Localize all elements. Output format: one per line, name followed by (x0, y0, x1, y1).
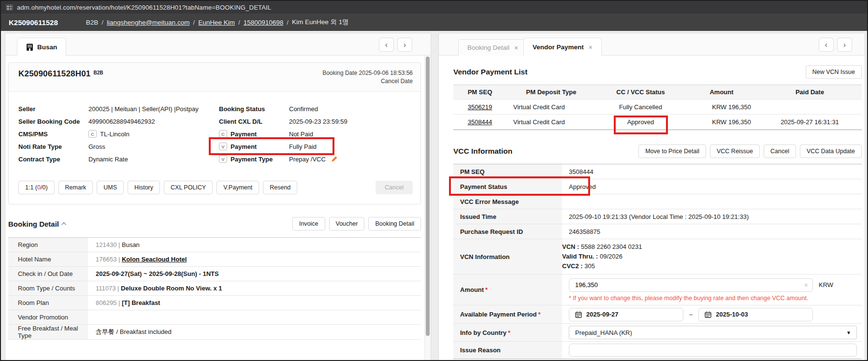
edit-pencil-icon[interactable] (331, 156, 338, 162)
building-icon (26, 43, 33, 51)
next-tab-button[interactable]: › (837, 38, 852, 52)
vcc-row-payment-period: Available Payment Period* 2025-09-27 – (453, 305, 862, 324)
close-icon[interactable]: × (514, 44, 518, 52)
field-booking-status: Booking Status Confirmed (219, 102, 413, 115)
left-panel: Busan ‹ › K25090611528H01B2B Booking Dat… (5, 33, 431, 360)
invoice-button[interactable]: Invoice (292, 217, 325, 231)
site-icon (6, 4, 13, 11)
clear-icon[interactable]: × (804, 281, 808, 289)
period-to-datepicker[interactable]: 2025-10-03 (698, 308, 813, 321)
ratio-button[interactable]: 1:1 (0/0) (18, 181, 55, 194)
field-seller: Seller 200025 | Meituan | Seller(API) |P… (18, 102, 219, 115)
vcc-reissue-button[interactable]: VCC Reissue (710, 144, 760, 158)
main-area: Busan ‹ › K25090611528H01B2B Booking Dat… (1, 31, 867, 360)
calendar-icon (705, 311, 711, 318)
field-c-payment: CPayment Not Paid (219, 128, 413, 140)
move-to-price-detail-button[interactable]: Move to Price Detail (638, 144, 706, 158)
chevron-right-icon: › (843, 41, 846, 49)
cms-tag: C (88, 130, 97, 138)
vcc-row-info-by-country: Info by Country* Prepaid_HANA (KR) ▼ (453, 324, 862, 342)
info-by-country-select[interactable]: Prepaid_HANA (KR) ▼ (569, 326, 857, 339)
issue-reason-input[interactable] (569, 344, 856, 356)
amount-input-wrapper: × (569, 278, 813, 292)
next-tab-button[interactable]: › (397, 38, 412, 52)
vcc-information-table: PM SEQ 3508444 Payment Status Approved V… (453, 164, 862, 359)
breadcrumb: B2B / liangshenghe@meituan.com / EunHee … (86, 18, 349, 27)
seller-email-link[interactable]: liangshenghe@meituan.com (107, 19, 189, 26)
left-tab-nav: ‹ › (379, 38, 412, 52)
vendor-payment-table-header: PM SEQ PM Deposit Type CC / VCC Status A… (453, 85, 862, 100)
new-vcn-issue-button[interactable]: New VCN Issue (806, 65, 862, 79)
v-tag: V (219, 155, 227, 163)
vcc-row-issue-reason: Issue Reason (453, 342, 862, 359)
dropdown-arrow-icon: ▼ (846, 330, 851, 335)
url-text[interactable]: adm.ohmyhotel.com/reservation/hotel/K250… (17, 4, 271, 11)
cancel-booking-button[interactable]: Cancel (376, 181, 413, 194)
booking-detail-button[interactable]: Booking Detail (368, 217, 421, 231)
table-row-vendor-promotion: Vendor Promotion (8, 310, 421, 325)
vendor-payment-list-header: Vendor Payment List New VCN Issue (453, 65, 862, 79)
vcc-row-amount: Amount* × KRW * If you want to change th… (453, 274, 862, 305)
amount-input[interactable] (569, 279, 812, 291)
field-client-cxl: Client CXL D/L 2025-09-23 23:59:59 (219, 115, 413, 128)
phone-link[interactable]: 15800910698 (244, 19, 284, 26)
left-tabstrip: Busan ‹ › (5, 33, 431, 56)
hotel-name-link[interactable]: Kolon Seacloud Hotel (122, 256, 187, 263)
vendor-payment-table: PM SEQ PM Deposit Type CC / VCC Status A… (453, 85, 862, 130)
resend-button[interactable]: Resend (263, 181, 297, 194)
field-v-payment: VPayment Fully Paid (219, 140, 413, 153)
booking-header: K25090611528 B2B / liangshenghe@meituan.… (1, 14, 867, 31)
vcc-row-purchase-request: Purchase Request ID 246358875 (453, 224, 862, 239)
period-from-datepicker[interactable]: 2025-09-27 (569, 308, 683, 321)
tab-booking-detail[interactable]: Booking Detail × (458, 39, 527, 56)
field-noti-rate-type: Noti Rate Type Gross (18, 140, 219, 153)
client-name-link[interactable]: EunHee Kim (198, 19, 235, 26)
left-panel-scrollbar (424, 56, 431, 360)
v-payment-button[interactable]: V.Payment (217, 181, 259, 194)
cancel-date: Cancel Date (322, 77, 413, 86)
booking-id: K25090611528H01 (18, 69, 91, 78)
vcc-data-update-button[interactable]: VCC Data Update (800, 144, 862, 158)
vcc-row-pm-seq: PM SEQ 3508444 (453, 164, 862, 179)
cxl-policy-button[interactable]: CXL POLICY (164, 181, 213, 194)
vcc-cancel-button[interactable]: Cancel (764, 144, 796, 158)
table-row-free-breakfast: Free Breakfast / Meal Type 含早餐 / Breakfa… (8, 325, 421, 340)
v-tag: V (219, 143, 227, 150)
prev-tab-button[interactable]: ‹ (819, 38, 834, 52)
vcc-row-issued-time: Issued Time 2025-09-10 19:21:33 (Vendor … (453, 209, 862, 224)
issue-reason-input-wrapper (569, 344, 857, 357)
booking-code: K25090611528 (9, 18, 58, 27)
vcc-information-title: VCC Information (453, 147, 512, 156)
collapse-caret-icon (61, 222, 66, 227)
tab-busan[interactable]: Busan (17, 38, 66, 56)
booking-date: Booking Date 2025-09-06 18:53:56 (322, 69, 413, 77)
browser-window: adm.ohmyhotel.com/reservation/hotel/K250… (0, 0, 868, 361)
channel-label: B2B (86, 19, 99, 26)
pm-seq-link[interactable]: 3508444 (468, 118, 492, 126)
chevron-right-icon: › (404, 41, 406, 49)
guest-name: Kim EunHee 외 1명 (292, 18, 349, 27)
prev-tab-button[interactable]: ‹ (379, 38, 394, 52)
calendar-icon (575, 311, 582, 318)
booking-card-toolbar: 1:1 (0/0) Remark UMS History CXL POLICY … (9, 174, 420, 204)
table-row-hotel-name: Hotel Name 176653 | Kolon Seacloud Hotel (8, 252, 421, 267)
close-icon[interactable]: × (589, 43, 593, 51)
booking-detail-title[interactable]: Booking Detail (8, 220, 66, 228)
b2b-badge: B2B (94, 70, 103, 75)
table-row-pm-3508444: 3508444 Virtual Credit Card Approved KRW… (453, 115, 862, 130)
right-tabstrip: Booking Detail × Vendor Payment × ‹ › (439, 33, 865, 56)
voucher-button[interactable]: Voucher (329, 217, 365, 231)
ums-button[interactable]: UMS (97, 181, 124, 194)
table-row-pm-3506219: 3506219 Virtual Credit Card Fully Cancel… (453, 100, 862, 115)
history-button[interactable]: History (128, 181, 160, 194)
pm-seq-link[interactable]: 3506219 (468, 103, 492, 111)
tab-vendor-payment[interactable]: Vendor Payment × (523, 38, 602, 56)
table-row-checkin-out: Check in / Out Date 2025-09-27(Sat) ~ 20… (8, 267, 421, 281)
vendor-payment-list-title: Vendor Payment List (453, 68, 527, 76)
amount-change-note: * If you want to change this, please mod… (569, 295, 857, 302)
right-tab-nav: ‹ › (819, 38, 852, 52)
table-row-region: Region 121430 | Busan (8, 238, 421, 252)
scrollbar-thumb[interactable] (426, 57, 430, 336)
remark-button[interactable]: Remark (58, 181, 93, 194)
chevron-left-icon: ‹ (825, 41, 827, 49)
